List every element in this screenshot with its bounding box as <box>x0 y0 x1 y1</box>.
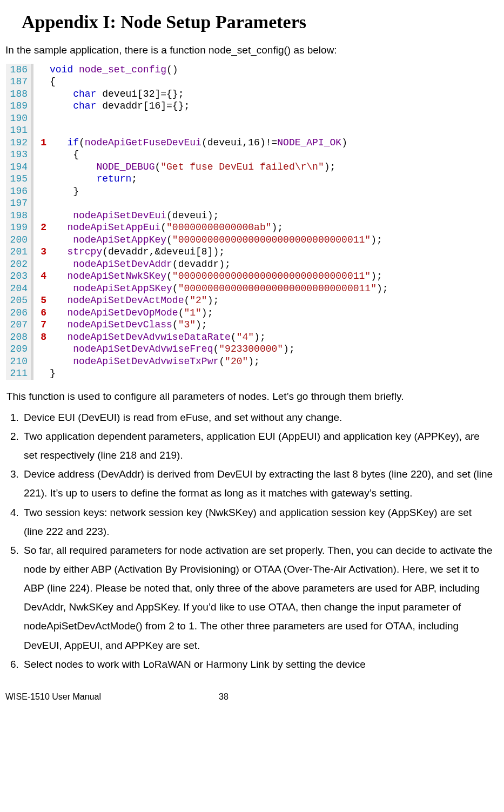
footer-page-number: 38 <box>219 690 229 704</box>
code-line: 1992 nodeApiSetAppEui("00000000000000ab"… <box>6 222 493 234</box>
code-line: 2066 nodeApiSetDevOpMode("1"); <box>6 307 493 319</box>
code-line: 202 nodeApiSetDevAddr(devaddr); <box>6 258 493 271</box>
code-line: 193 { <box>6 149 493 161</box>
code-line: 189 char devaddr[16]={}; <box>6 100 493 112</box>
page-title: Appendix I: Node Setup Parameters <box>22 8 493 37</box>
code-line: 2034 nodeApiSetNwkSKey("0000000000000000… <box>6 270 493 283</box>
code-line: 2088 nodeApiSetDevAdvwiseDataRate("4"); <box>6 331 493 344</box>
code-line: 190 <box>6 112 493 125</box>
code-line: 200 nodeApiSetAppKey("000000000000000000… <box>6 234 493 246</box>
code-line: 188 char deveui[32]={}; <box>6 88 493 100</box>
body-paragraph: This function is used to configure all p… <box>6 387 493 406</box>
code-line: 196 } <box>6 185 493 198</box>
list-item: Device EUI (DevEUI) is read from eFuse, … <box>22 408 493 427</box>
list-item: Two session keys: network session key (N… <box>22 503 493 541</box>
page-footer: WISE-1510 User Manual 38 <box>5 690 493 704</box>
code-line: 194 NODE_DEBUG("Get fuse DevEui failed\r… <box>6 161 493 173</box>
list-item: Two application dependent parameters, ap… <box>22 427 493 465</box>
code-line: 187{ <box>6 76 493 88</box>
code-line: 210 nodeApiSetDevAdvwiseTxPwr("20"); <box>6 355 493 368</box>
list-item: So far, all required parameters for node… <box>22 541 493 655</box>
code-line: 1921 if(nodeApiGetFuseDevEui(deveui,16)!… <box>6 137 493 149</box>
code-line: 209 nodeApiSetDevAdvwiseFreq("923300000"… <box>6 343 493 355</box>
code-line: 197 <box>6 197 493 210</box>
code-snippet: 186void node_set_config()187{188 char de… <box>5 62 493 381</box>
list-item: Select nodes to work with LoRaWAN or Har… <box>22 655 493 674</box>
code-line: 186void node_set_config() <box>6 64 493 76</box>
list-item: Device address (DevAddr) is derived from… <box>22 465 493 502</box>
code-line: 198 nodeApiSetDevEui(deveui); <box>6 210 493 222</box>
code-line: 195 return; <box>6 173 493 185</box>
code-line: 211} <box>6 367 493 380</box>
code-line: 204 nodeApiSetAppSKey("00000000000000000… <box>6 283 493 295</box>
parameter-list: Device EUI (DevEUI) is read from eFuse, … <box>6 408 493 674</box>
intro-paragraph: In the sample application, there is a fu… <box>5 42 493 58</box>
footer-doc-title: WISE-1510 User Manual <box>5 690 101 704</box>
code-line: 2055 nodeApiSetDevActMode("2"); <box>6 294 493 307</box>
code-line: 2013 strcpy(devaddr,&deveui[8]); <box>6 246 493 258</box>
code-line: 191 <box>6 124 493 137</box>
code-line: 2077 nodeApiSetDevClass("3"); <box>6 319 493 331</box>
